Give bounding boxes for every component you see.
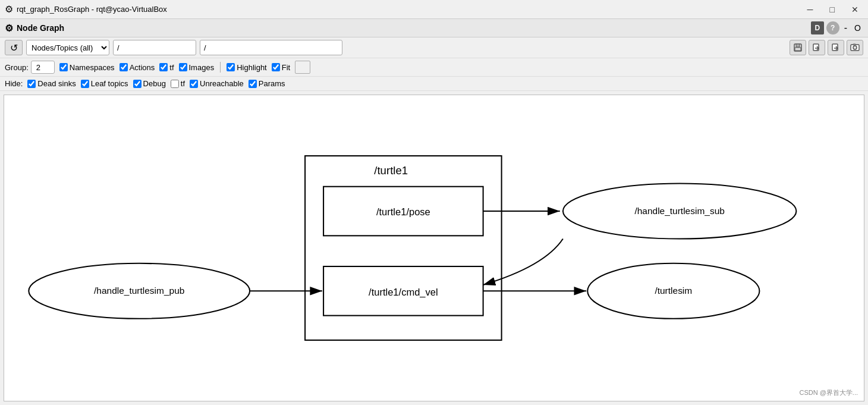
params-checkbox[interactable] [249, 80, 257, 88]
group-label: Group: [5, 63, 29, 72]
node-graph-title: Node Graph [17, 23, 64, 33]
o-button[interactable]: O [852, 23, 863, 33]
help-button[interactable]: ? [826, 21, 839, 34]
debug-checkbox[interactable] [133, 80, 141, 88]
namespaces-checkbox-label[interactable]: Namespaces [59, 63, 115, 72]
options-row: Group: Namespaces Actions tf Images High… [0, 58, 868, 77]
hide-label: Hide: [5, 79, 23, 88]
view-dropdown[interactable]: Nodes/Topics (all) Nodes only Topics onl… [26, 40, 109, 55]
tf-checkbox-label[interactable]: tf [159, 63, 174, 72]
import-button[interactable] [809, 40, 825, 55]
tf-checkbox[interactable] [159, 63, 168, 71]
watermark: CSDN @界首大学... [799, 388, 858, 397]
handle-pub-label: /handle_turtlesim_pub [94, 285, 184, 296]
color-swatch[interactable] [295, 61, 310, 74]
d-button[interactable]: D [811, 21, 824, 34]
minimize-button[interactable]: ─ [803, 4, 818, 15]
header-icons: D ? - O [811, 21, 863, 34]
toolbar-header: ⚙ Node Graph D ? - O [0, 19, 868, 37]
action-buttons [790, 40, 863, 55]
leaf-topics-checkbox[interactable] [81, 80, 89, 88]
unreachable-checkbox-label[interactable]: Unreachable [190, 79, 244, 88]
fit-checkbox-label[interactable]: Fit [272, 63, 290, 72]
turtle1-pose-label: /turtle1/pose [376, 206, 430, 218]
maximize-button[interactable]: □ [825, 4, 839, 15]
fit-checkbox[interactable] [272, 63, 280, 71]
images-checkbox-label[interactable]: Images [179, 63, 215, 72]
leaf-topics-checkbox-label[interactable]: Leaf topics [81, 79, 128, 88]
refresh-button[interactable]: ↺ [5, 40, 23, 55]
separator-1 [220, 62, 221, 73]
filter-input-2[interactable] [200, 40, 342, 55]
dash-button[interactable]: - [842, 23, 850, 33]
unreachable-checkbox[interactable] [190, 80, 198, 88]
window-title: rqt_graph_RosGraph - rqt@ycao-VirtualBox [17, 5, 167, 14]
save-graph-button[interactable] [790, 40, 806, 55]
handle-sub-label: /handle_turtlesim_sub [634, 206, 725, 216]
actions-checkbox-label[interactable]: Actions [119, 63, 155, 72]
graph-area[interactable]: /turtle1 /turtle1/pose /turtle1/cmd_vel … [4, 95, 864, 401]
images-checkbox[interactable] [179, 63, 187, 71]
dead-sinks-checkbox-label[interactable]: Dead sinks [27, 79, 76, 88]
controls-row: ↺ Nodes/Topics (all) Nodes only Topics o… [0, 37, 868, 58]
highlight-checkbox-label[interactable]: Highlight [227, 63, 267, 72]
hide-tf-checkbox-label[interactable]: tf [171, 79, 185, 88]
close-button[interactable]: ✕ [847, 4, 863, 15]
dead-sinks-checkbox[interactable] [27, 80, 36, 88]
svg-point-8 [853, 46, 857, 49]
group-spinner[interactable] [31, 61, 55, 74]
params-checkbox-label[interactable]: Params [249, 79, 285, 88]
highlight-checkbox[interactable] [227, 63, 235, 71]
export-button[interactable] [828, 40, 844, 55]
debug-checkbox-label[interactable]: Debug [133, 79, 166, 88]
group-control: Group: [5, 61, 55, 74]
graph-svg: /turtle1 /turtle1/pose /turtle1/cmd_vel … [4, 95, 864, 401]
hide-row: Hide: Dead sinks Leaf topics Debug tf Un… [0, 77, 868, 91]
namespaces-checkbox[interactable] [59, 63, 68, 71]
node-graph-icon: ⚙ [5, 23, 13, 34]
app-icon: ⚙ [5, 4, 13, 15]
title-bar: ⚙ rqt_graph_RosGraph - rqt@ycao-VirtualB… [0, 0, 868, 19]
turtle1-group-label: /turtle1 [374, 164, 408, 177]
turtlesim-label: /turtlesim [655, 285, 692, 296]
turtle1-cmd-vel-label: /turtle1/cmd_vel [369, 287, 438, 298]
svg-rect-1 [796, 44, 800, 47]
hide-tf-checkbox[interactable] [171, 80, 179, 88]
window-body: ⚙ Node Graph D ? - O ↺ Nodes/Topics (all… [0, 19, 868, 405]
screenshot-button[interactable] [847, 40, 863, 55]
filter-input-1[interactable] [113, 40, 196, 55]
actions-checkbox[interactable] [119, 63, 128, 71]
svg-rect-9 [853, 44, 856, 45]
svg-rect-2 [795, 48, 801, 51]
